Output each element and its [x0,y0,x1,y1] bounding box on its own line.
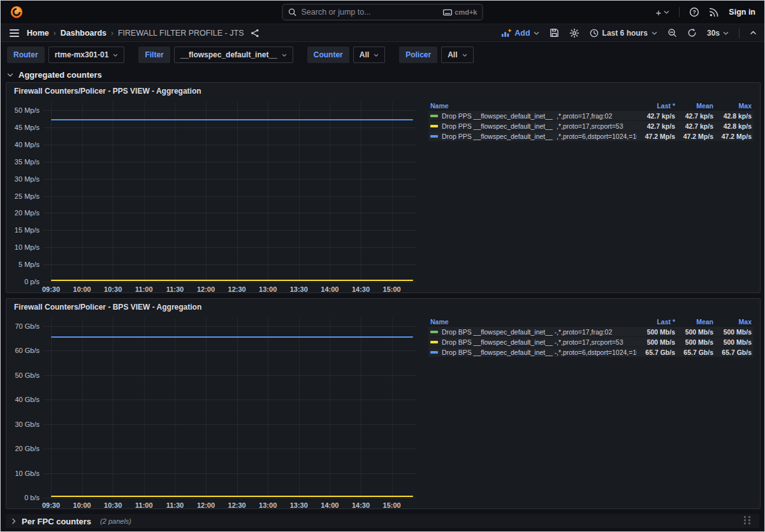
legend-row[interactable]: Drop PPS __flowspec_default_inet__,*,pro… [428,111,754,120]
save-dashboard-icon[interactable] [550,28,559,38]
legend-header-mean[interactable]: Mean [675,102,713,110]
refresh-interval-picker[interactable]: 30s [707,29,729,38]
legend-row[interactable]: Drop PPS __flowspec_default_inet__,*,pro… [428,131,754,141]
legend-row[interactable]: Drop BPS __flowspec_default_inet__ -,*,p… [428,347,754,357]
legend-header-max[interactable]: Max [713,318,752,326]
add-panel-button[interactable]: Add [501,29,539,38]
time-range-picker[interactable]: Last 6 hours [590,29,657,38]
zoom-out-icon[interactable] [667,28,677,38]
legend-header-name[interactable]: Name [430,318,637,326]
y-axis-label: 40 Gb/s [6,396,40,403]
x-axis-label: 11:00 [129,501,159,509]
x-axis-label: 12:30 [222,285,252,293]
legend-header-last[interactable]: Last * [637,318,675,326]
x-axis-label: 13:30 [284,285,314,293]
time-series-chart: 0 b/s10 Gb/s20 Gb/s30 Gb/s40 Gb/s50 Gb/s… [6,314,425,509]
new-menu-button[interactable]: + [656,7,670,18]
legend-row[interactable]: Drop PPS __flowspec_default_inet__,*,pro… [428,121,754,131]
chevron-down-icon [113,53,118,57]
x-axis-label: 13:00 [252,285,283,293]
legend-header-max[interactable]: Max [713,102,752,110]
menu-icon[interactable] [8,28,20,38]
series-line [51,280,413,281]
grid-line [82,318,83,498]
grid-line [113,318,113,498]
variable-policer-picker[interactable]: All [441,47,473,63]
breadcrumb-separator: › [54,29,56,38]
grid-line [392,318,393,498]
divider [679,7,680,17]
y-axis-label: 30 Mp/s [6,175,40,183]
top-navigation-bar: Search or jump to... cmd+k + ? [1,1,764,24]
row-drag-handle-icon[interactable] [743,515,754,527]
variable-policer: Policer All [399,47,473,63]
legend-series-match: ,*,proto=17,srcport=53 [557,338,637,346]
y-axis-label: 25 Mp/s [6,192,40,200]
news-icon[interactable] [709,7,719,17]
refresh-icon[interactable] [687,28,697,38]
legend-last-value: 42.7 kp/s [637,122,675,130]
legend-table: NameLast *MeanMaxDrop PPS __flowspec_def… [428,101,754,141]
legend-max-value: 42.8 kp/s [713,112,752,120]
grid-line [299,102,300,282]
breadcrumb-home[interactable]: Home [27,29,49,38]
grid-line [237,318,238,498]
legend-mean-value: 65.7 Gb/s [675,349,713,356]
breadcrumb: Home › Dashboards › FIREWALL FILTER PROF… [27,29,259,38]
legend-color-chip [430,331,438,333]
variable-router: Router rtme-mx301-01 [7,47,124,63]
grid-line [82,102,83,282]
share-icon[interactable] [251,29,259,38]
grid-line [268,102,268,282]
section-aggregated-counters[interactable]: Aggregated counters [1,67,764,82]
legend-header-name[interactable]: Name [430,102,637,110]
panel-title[interactable]: Firewall Counters/Policer - BPS VIEW - A… [6,299,760,312]
x-axis-label: 10:30 [98,285,128,293]
legend-series-match: ,*,proto=6,dstport=1024,=1025,=1026,=500… [557,133,637,140]
chevron-down-icon [534,31,539,36]
y-axis-label: 0 p/s [6,278,40,285]
variable-router-picker[interactable]: rtme-mx301-01 [48,47,125,63]
clock-icon [590,29,599,38]
breadcrumb-dashboards[interactable]: Dashboards [61,29,106,38]
section-title: Per FPC counters [22,517,91,526]
legend-series-name: Drop BPS __flowspec_default_inet__ - [442,328,557,336]
legend-color-chip [430,341,438,343]
grid-line [299,318,300,498]
x-axis-label: 10:00 [67,285,98,293]
legend-max-value: 65.7 Gb/s [713,349,752,356]
grid-line [330,102,330,282]
legend-row[interactable]: Drop BPS __flowspec_default_inet__ -,*,p… [428,337,754,347]
y-axis-label: 50 Mp/s [6,106,40,114]
legend-color-chip [430,135,438,138]
legend-series-name: Drop BPS __flowspec_default_inet__ - [442,338,557,346]
x-axis-label: 13:30 [284,501,314,509]
help-icon[interactable]: ? [689,7,699,17]
legend-mean-value: 42.7 kp/s [675,122,713,130]
grafana-logo-icon[interactable] [10,5,24,19]
y-axis-label: 10 Mp/s [6,243,40,251]
x-axis-label: 14:00 [314,501,345,509]
legend-header-last[interactable]: Last * [637,102,675,110]
legend-header-mean[interactable]: Mean [675,318,713,326]
search-shortcut: cmd+k [442,8,477,16]
sign-in-button[interactable]: Sign in [729,8,755,17]
legend-series-match: ,*,proto=17,frag:02 [557,112,637,120]
dashboard-settings-icon[interactable] [569,28,579,38]
legend-series-match: ,*,proto=6,dstport=1024,=1025,=1026,=500… [557,349,637,356]
legend-row[interactable]: Drop BPS __flowspec_default_inet__ -,*,p… [428,327,754,336]
x-axis-label: 15:00 [377,285,407,293]
grid-line [175,102,175,282]
y-axis-label: 50 Gb/s [6,371,40,379]
search-input[interactable]: Search or jump to... cmd+k [282,4,483,20]
x-axis-label: 12:00 [191,501,221,509]
kiosk-collapse-icon[interactable] [750,30,757,36]
variable-counter-picker[interactable]: All [353,47,385,63]
panel-bps-aggregation: Firewall Counters/Policer - BPS VIEW - A… [6,298,761,509]
section-per-fpc-counters[interactable]: Per FPC counters (2 panels) [6,514,759,528]
x-axis-label: 11:30 [159,501,190,509]
panel-title[interactable]: Firewall Counters/Policer - PPS VIEW - A… [6,83,760,96]
grid-line [43,498,417,498]
section-panel-count: (2 panels) [100,517,131,525]
variable-filter-picker[interactable]: __flowspec_default_inet__ [174,47,293,63]
